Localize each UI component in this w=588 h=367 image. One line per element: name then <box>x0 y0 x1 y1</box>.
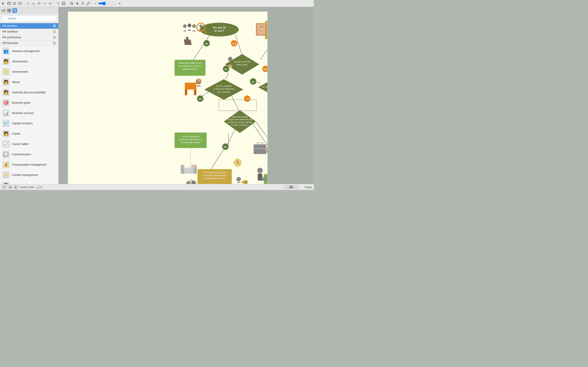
zoom-step-down[interactable]: ▼ <box>39 186 43 189</box>
note-tool[interactable] <box>61 1 66 6</box>
svg-line-4 <box>27 2 29 5</box>
svg-point-19 <box>82 2 83 3</box>
zoom-out-tool[interactable] <box>69 1 74 6</box>
close-hr-symbols[interactable]: ✕ <box>53 24 56 27</box>
symbol-label-authority-accountability: Authority and accountability <box>12 91 46 94</box>
svg-text:"out of the labour force" or: "out of the labour force" or <box>179 138 203 141</box>
symbol-thumb-career: 🧑 <box>2 130 10 137</box>
svg-text:NO: NO <box>225 68 228 70</box>
oval-tool[interactable] <box>12 1 17 6</box>
list-item[interactable]: ⚡ Conflict management <box>0 170 58 180</box>
svg-rect-23 <box>2 11 6 12</box>
list-item[interactable]: 📊 Business success <box>0 108 58 118</box>
sep1 <box>24 1 24 6</box>
zoom-plus[interactable]: + <box>117 1 122 6</box>
list-item[interactable]: 🧑 Conformance <box>0 180 58 184</box>
list-item[interactable]: 💬 Communication <box>0 149 58 160</box>
panel-search-icon[interactable] <box>12 8 17 13</box>
zoom-tools: − + <box>69 1 122 6</box>
view-large-btn[interactable] <box>294 186 298 189</box>
zoom-step-up[interactable]: ▲ <box>36 186 39 189</box>
cursor-tool[interactable] <box>1 1 6 6</box>
svg-text:NO: NO <box>205 43 208 45</box>
list-item[interactable]: 💰 Compensation management <box>0 160 58 170</box>
list-item[interactable]: 🧑 Authority and accountability <box>0 87 58 98</box>
line-tool[interactable] <box>26 1 31 6</box>
svg-text:NO: NO <box>251 81 254 83</box>
top-toolbar: − + <box>0 0 314 7</box>
search-input[interactable] <box>2 16 57 22</box>
sep2 <box>54 1 54 6</box>
svg-point-72 <box>199 25 203 28</box>
svg-rect-175 <box>183 167 192 168</box>
svg-text:YES: YES <box>245 98 249 100</box>
svg-rect-99 <box>185 90 187 95</box>
polyline-tool[interactable] <box>36 1 42 6</box>
svg-rect-25 <box>9 9 11 10</box>
svg-rect-180 <box>219 100 257 111</box>
connector-tool[interactable] <box>42 1 47 6</box>
svg-point-68 <box>188 24 191 27</box>
list-item[interactable]: 🧑 Absenteeism <box>0 56 58 67</box>
multi-connector-tool[interactable] <box>48 1 52 6</box>
svg-text:or over?: or over? <box>214 29 224 32</box>
view-list-btn[interactable] <box>284 186 288 189</box>
list-item[interactable]: 🧑 Career <box>0 129 58 139</box>
svg-text:NO: NO <box>199 98 202 100</box>
tab-hr-workflow[interactable]: HR workflow ✕ <box>0 29 58 35</box>
search-container: 🔍 <box>0 14 58 23</box>
svg-marker-73 <box>184 37 192 45</box>
pause-btn[interactable]: ⏸ <box>2 185 6 189</box>
svg-rect-172 <box>181 165 184 174</box>
menu-icon[interactable] <box>1 8 6 13</box>
arc-tool[interactable] <box>31 1 36 6</box>
list-item[interactable]: 💎 Capital formation <box>0 118 58 129</box>
list-item[interactable]: 🎯 Business goals <box>0 98 58 108</box>
zoom-minus[interactable]: − <box>93 1 98 6</box>
close-hr-professions[interactable]: ✕ <box>53 36 56 39</box>
person-tool[interactable] <box>80 1 85 6</box>
eyedropper-tool[interactable] <box>86 1 91 6</box>
list-item[interactable]: ⭐ Achievement <box>0 67 58 77</box>
svg-text:4 weeks or are you waiting: 4 weeks or are you waiting <box>228 121 252 123</box>
svg-text:YES: YES <box>232 43 236 45</box>
svg-text:"economically inactive": "economically inactive" <box>180 141 201 144</box>
svg-text:Have you actively: Have you actively <box>232 116 248 118</box>
symbol-thumb-conformance: 🧑 <box>2 182 10 184</box>
svg-text:to start a new job?: to start a new job? <box>232 124 248 126</box>
list-item[interactable]: 🧑 Attract <box>0 77 58 87</box>
canvas-area[interactable]: NO YES Are you 16 or over? A 'yes' appli… <box>59 7 314 184</box>
diagram-canvas[interactable]: NO YES Are you 16 or over? A 'yes' appli… <box>68 11 268 184</box>
tab-hr-professions[interactable]: HR professions ✕ <box>0 35 58 40</box>
symbol-label-conflict-management: Conflict management <box>12 173 38 177</box>
next-btn[interactable]: ▶ <box>14 185 18 189</box>
svg-text:Are you 16: Are you 16 <box>213 26 225 29</box>
window-tool[interactable] <box>6 1 11 6</box>
view-medium-btn[interactable] <box>289 186 293 189</box>
close-hr-workflow[interactable]: ✕ <box>53 30 56 33</box>
symbol-thumb-compensation-management: 💰 <box>2 161 10 168</box>
svg-rect-139 <box>254 148 266 149</box>
grid-view-icon[interactable] <box>7 8 11 13</box>
list-item[interactable]: 📈 Career ladder <box>0 139 58 149</box>
svg-line-29 <box>15 11 16 12</box>
search-wrapper: 🔍 <box>2 16 57 22</box>
rect-tool[interactable] <box>17 1 23 6</box>
tab-hr-flowchart[interactable]: HR flowchart ✕ <box>0 40 58 46</box>
prev-btn[interactable]: ◀ <box>8 185 12 189</box>
close-hr-flowchart[interactable]: ✕ <box>53 42 56 45</box>
line-tools <box>26 1 52 6</box>
group-tool[interactable] <box>56 1 61 6</box>
symbol-label-business-goals: Business goals <box>12 101 31 104</box>
symbol-thumb-communication: 💬 <box>2 151 10 158</box>
symbol-label-compensation-management: Compensation management <box>12 163 47 166</box>
symbol-label-achievement: Achievement <box>12 70 28 73</box>
tab-hr-symbols[interactable]: HR symbols ✕ <box>0 23 58 29</box>
zoom-slider[interactable] <box>98 2 117 5</box>
svg-text:sought work within the last: sought work within the last <box>228 118 252 121</box>
zoom-stepper[interactable]: ▲ ▼ <box>36 186 43 189</box>
pan-tool[interactable] <box>75 1 80 6</box>
list-item[interactable]: 👥 Absence management <box>0 46 58 56</box>
svg-text:You are classed as: You are classed as <box>182 135 199 138</box>
svg-point-164 <box>236 177 241 181</box>
